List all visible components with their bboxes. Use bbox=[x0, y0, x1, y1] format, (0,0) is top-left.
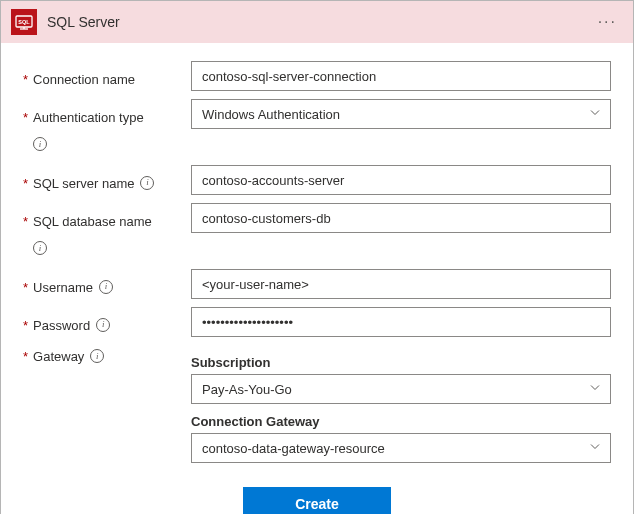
server-name-input[interactable] bbox=[191, 165, 611, 195]
connection-name-input[interactable] bbox=[191, 61, 611, 91]
required-indicator: * bbox=[23, 214, 28, 229]
info-icon[interactable]: i bbox=[90, 349, 104, 363]
more-options-button[interactable]: ··· bbox=[592, 9, 623, 35]
sql-server-panel: SQL SQL Server ··· * Connection name * A… bbox=[0, 0, 634, 514]
auth-type-label: Authentication type bbox=[33, 110, 144, 125]
required-indicator: * bbox=[23, 349, 28, 364]
row-server-name: * SQL server name i bbox=[23, 165, 611, 195]
row-username: * Username i bbox=[23, 269, 611, 299]
connection-gateway-select[interactable]: contoso-data-gateway-resource bbox=[191, 433, 611, 463]
required-indicator: * bbox=[23, 72, 28, 87]
panel-title: SQL Server bbox=[47, 14, 120, 30]
row-password: * Password i bbox=[23, 307, 611, 337]
row-connection-name: * Connection name bbox=[23, 61, 611, 91]
form-body: * Connection name * Authentication type … bbox=[1, 43, 633, 514]
password-input[interactable] bbox=[191, 307, 611, 337]
subscription-label: Subscription bbox=[191, 355, 611, 370]
info-icon[interactable]: i bbox=[33, 241, 47, 255]
required-indicator: * bbox=[23, 280, 28, 295]
create-button[interactable]: Create bbox=[243, 487, 391, 514]
username-label: Username bbox=[33, 280, 93, 295]
gateway-label: Gateway bbox=[33, 349, 84, 364]
database-name-label: SQL database name bbox=[33, 214, 152, 229]
row-database-name: * SQL database name bbox=[23, 203, 611, 233]
row-gateway: * Gateway i Subscription Pay-As-You-Go C… bbox=[23, 345, 611, 463]
required-indicator: * bbox=[23, 176, 28, 191]
required-indicator: * bbox=[23, 318, 28, 333]
username-input[interactable] bbox=[191, 269, 611, 299]
connection-name-label: Connection name bbox=[33, 72, 135, 87]
required-indicator: * bbox=[23, 110, 28, 125]
server-name-label: SQL server name bbox=[33, 176, 134, 191]
password-label: Password bbox=[33, 318, 90, 333]
sql-server-icon: SQL bbox=[11, 9, 37, 35]
panel-header: SQL SQL Server ··· bbox=[1, 1, 633, 43]
info-icon[interactable]: i bbox=[99, 280, 113, 294]
connection-gateway-label: Connection Gateway bbox=[191, 414, 611, 429]
info-icon[interactable]: i bbox=[33, 137, 47, 151]
svg-text:SQL: SQL bbox=[18, 19, 30, 25]
auth-type-select[interactable]: Windows Authentication bbox=[191, 99, 611, 129]
row-auth-type: * Authentication type Windows Authentica… bbox=[23, 99, 611, 129]
database-name-input[interactable] bbox=[191, 203, 611, 233]
info-icon[interactable]: i bbox=[140, 176, 154, 190]
subscription-select[interactable]: Pay-As-You-Go bbox=[191, 374, 611, 404]
info-icon[interactable]: i bbox=[96, 318, 110, 332]
